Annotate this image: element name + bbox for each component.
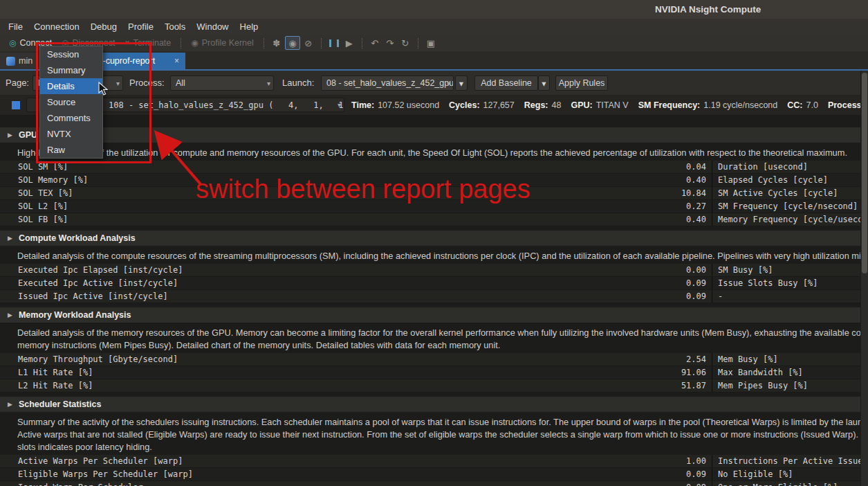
metric-name: Executed Ipc Elapsed [inst/cycle] — [18, 264, 183, 276]
process-label: Process: — [129, 71, 165, 95]
profile-series-icon[interactable]: ✽ — [270, 37, 284, 49]
metric-value: 1.00 — [686, 455, 706, 467]
kernel-summary-row: 108 - set_halo_values_z_452_gpu ( 4, 1, … — [0, 96, 868, 116]
apply-rules-button[interactable]: Apply Rules — [555, 75, 608, 91]
disable-profiling-icon[interactable]: ⊘ — [302, 37, 315, 49]
metric-name-2: Elapsed Cycles [cycle] — [712, 174, 868, 186]
page-menu-item-summary[interactable]: Summary — [40, 62, 102, 78]
terminate-button[interactable]: × Terminate — [120, 36, 176, 50]
metric-name: SOL L2 [%] — [18, 200, 68, 213]
section-description: Detailed analysis of the compute resourc… — [0, 246, 868, 264]
description-line: memory instructions (Mem Pipes Busy). De… — [17, 339, 864, 352]
metric-name-2: Max Bandwidth [%] — [712, 366, 868, 379]
annotation-text: switch between report pages — [196, 174, 530, 204]
page-menu-item-raw[interactable]: Raw — [40, 142, 102, 158]
report-tab-1-label: min — [19, 56, 33, 66]
scrollbar-thumb[interactable] — [862, 73, 867, 273]
chevron-down-icon: ▾ — [447, 80, 450, 87]
section-header-memory-workload[interactable]: ▶ Memory Workload Analysis — [0, 307, 868, 323]
section-header-compute-workload[interactable]: ▶ Compute Workload Analysis — [0, 231, 868, 246]
metric-value: 10.84 — [681, 187, 706, 199]
report-content: ▶ GPU Speed Of Light High-level overview… — [0, 115, 868, 486]
process-select-value: All — [176, 78, 185, 88]
metric-name-2: Issue Slots Busy [%] — [712, 277, 868, 289]
auto-profile-icon[interactable]: ◉ — [285, 36, 300, 50]
stat-label: Time: — [351, 100, 374, 110]
metrics-table-memory: Memory Throughput [Gbyte/second]2.54 Mem… — [0, 353, 868, 393]
stat-label: GPU: — [571, 100, 592, 110]
step-icon[interactable]: ▶ — [342, 37, 356, 49]
chevron-down-icon: ▾ — [267, 80, 270, 87]
add-baseline-button[interactable]: Add Baseline — [474, 75, 538, 91]
page-menu-item-source[interactable]: Source — [40, 94, 102, 110]
section-header-scheduler-statistics[interactable]: ▶ Scheduler Statistics — [0, 397, 868, 412]
page-menu-item-comments[interactable]: Comments — [40, 110, 102, 126]
metric-value: 0.09 — [686, 481, 706, 486]
tabbar: min t-cuprof-report × — [0, 51, 868, 71]
vertical-scrollbar[interactable] — [860, 71, 868, 486]
stat-value: 1.19 cycle/nsecond — [703, 100, 777, 110]
metric-row: SOL SM [%]0.04 Duration [usecond] — [0, 161, 868, 174]
metric-name-2: No Eligible [%] — [712, 468, 868, 480]
step-back-icon[interactable]: ↶ — [368, 37, 382, 49]
launch-select-value: 08 - set_halo_values_z_452_gpu — [326, 78, 454, 88]
stat-label: SM Frequency: — [638, 100, 701, 110]
metric-row: L2 Hit Rate [%]51.87 Mem Pipes Busy [%] — [0, 379, 868, 393]
page-menu-item-session[interactable]: Session — [40, 46, 102, 62]
metric-name-2: Memory Frequency [cycle/usecond] — [712, 213, 868, 226]
metrics-table-scheduler: Active Warps Per Scheduler [warp]1.00 In… — [0, 455, 868, 486]
description-line: slots indicates poor latency hiding. — [17, 441, 864, 453]
page-dropdown-menu: Session Summary Details Source Comments … — [39, 46, 103, 159]
metric-row: Active Warps Per Scheduler [warp]1.00 In… — [0, 455, 868, 468]
pause-icon[interactable] — [327, 37, 341, 49]
expand-triangle-icon[interactable]: ▶ — [8, 312, 12, 318]
metric-name: Eligible Warps Per Scheduler [warp] — [18, 468, 193, 480]
description-line: Summary of the activity of the scheduler… — [17, 416, 864, 429]
expand-triangle-icon[interactable]: ▶ — [8, 132, 12, 138]
window-layout-icon[interactable]: ▣ — [424, 37, 438, 49]
metric-name: Issued Warp Per Scheduler — [18, 481, 143, 486]
metric-name: L1 Hit Rate [%] — [18, 366, 93, 379]
menu-window[interactable]: Window — [191, 19, 234, 35]
launch-select[interactable]: 08 - set_halo_values_z_452_gpu ▾ — [321, 75, 454, 91]
metric-name: SOL Memory [%] — [18, 174, 88, 186]
launch-history-button[interactable]: ▾ — [455, 75, 468, 91]
metric-name: Memory Throughput [Gbyte/second] — [18, 353, 178, 366]
stat-value: TITAN V — [596, 100, 629, 110]
section-header-gpu-speed-of-light[interactable]: ▶ GPU Speed Of Light — [0, 127, 868, 143]
metric-name: Executed Ipc Active [inst/cycle] — [18, 277, 178, 289]
menu-connection[interactable]: Connection — [28, 19, 85, 35]
page-menu-item-details[interactable]: Details — [40, 78, 102, 94]
metric-value: 0.09 — [686, 468, 706, 480]
metric-row: Eligible Warps Per Scheduler [warp]0.09 … — [0, 468, 868, 481]
menubar: File Connection Debug Profile Tools Wind… — [0, 19, 868, 35]
menu-profile[interactable]: Profile — [122, 19, 159, 35]
metric-value: 0.09 — [686, 290, 706, 303]
current-kernel-color-chip — [12, 101, 20, 109]
page-menu-item-nvtx[interactable]: NVTX — [40, 126, 102, 142]
menu-help[interactable]: Help — [234, 19, 264, 35]
add-baseline-menu-button[interactable]: ▾ — [538, 75, 550, 91]
metric-row: SOL FB [%]0.40 Memory Frequency [cycle/u… — [0, 213, 868, 226]
metric-value: 0.09 — [686, 277, 706, 289]
stat-value: 48 — [552, 100, 562, 110]
expand-triangle-icon[interactable]: ▶ — [8, 235, 12, 242]
report-tab-icon — [6, 57, 15, 66]
metric-row: Executed Ipc Elapsed [inst/cycle]0.00 SM… — [0, 264, 868, 277]
step-forward-icon[interactable]: ↷ — [383, 37, 397, 49]
stat-label: Regs: — [524, 100, 548, 110]
menu-debug[interactable]: Debug — [85, 19, 122, 35]
metric-name-2: SM Frequency [cycle/nsecond] — [712, 200, 868, 213]
stat-label: CC: — [787, 100, 802, 110]
refresh-icon[interactable]: ↻ — [398, 37, 412, 49]
profile-kernel-button[interactable]: ◉ Profile Kernel — [186, 36, 259, 50]
chevron-down-icon: ▾ — [116, 80, 120, 87]
nsight-compute-window: NVIDIA Nsight Compute File Connection De… — [0, 0, 868, 486]
menu-file[interactable]: File — [3, 19, 28, 35]
titlebar: NVIDIA Nsight Compute — [0, 0, 868, 19]
expand-triangle-icon[interactable]: ▶ — [8, 401, 12, 408]
tab-close-icon[interactable]: × — [174, 57, 179, 65]
description-line: Detailed analysis of the compute resourc… — [17, 250, 864, 262]
process-select[interactable]: All ▾ — [170, 75, 274, 91]
menu-tools[interactable]: Tools — [159, 19, 191, 35]
